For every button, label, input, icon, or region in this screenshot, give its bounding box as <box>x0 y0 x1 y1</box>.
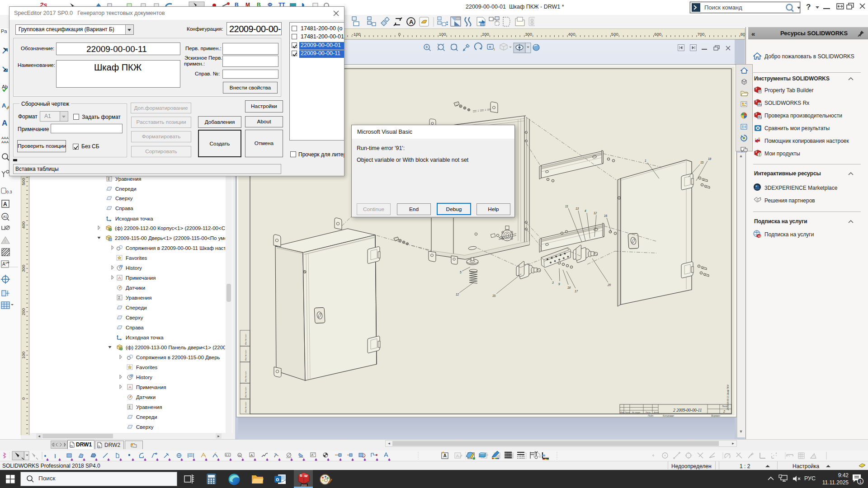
svg-text:Дата: Дата <box>653 411 659 413</box>
svg-text:-100: -100 <box>352 32 360 37</box>
svg-text:B: B <box>235 2 239 6</box>
svg-text:18: 18 <box>567 286 571 289</box>
svg-text:1: 1 <box>645 159 646 162</box>
svg-text:400: 400 <box>21 221 26 229</box>
svg-text:100: 100 <box>439 32 446 37</box>
svg-text:o: o <box>276 476 279 483</box>
svg-text:TT: TT <box>278 2 285 6</box>
svg-text:A: A <box>3 201 7 207</box>
svg-text:Инв № подл: Инв № подл <box>245 402 247 413</box>
svg-text:Подп.: Подп. <box>648 414 654 417</box>
svg-text:Ab: Ab <box>2 84 8 89</box>
svg-text:18: 18 <box>708 157 712 160</box>
svg-text:Формат: Формат <box>711 414 720 417</box>
svg-text:Rx: Rx <box>758 116 762 119</box>
svg-text:200: 200 <box>482 32 489 37</box>
svg-text:SW: SW <box>758 141 761 144</box>
svg-text:S: S <box>300 474 302 478</box>
svg-text:16: 16 <box>604 214 608 217</box>
svg-text:15: 15 <box>492 294 496 297</box>
svg-text:5: 5 <box>460 271 462 274</box>
svg-text:20: 20 <box>607 283 611 286</box>
svg-text:Лист: Лист <box>722 405 727 408</box>
svg-text:100: 100 <box>21 352 26 359</box>
svg-text:A: A <box>250 453 253 457</box>
svg-text:0: 0 <box>398 32 401 37</box>
svg-text:0: 0 <box>21 397 26 399</box>
svg-text:22009-00-00-11 Шкаф ПКЖ: 22009-00-00-11 Шкаф ПКЖ <box>727 384 729 411</box>
svg-text:AAA: AAA <box>1 140 9 144</box>
svg-text:4: 4 <box>585 209 586 212</box>
svg-text:AAA: AAA <box>1 136 9 140</box>
svg-text:200: 200 <box>21 308 26 315</box>
svg-text:12: 12 <box>456 293 459 296</box>
svg-text:W: W <box>304 474 308 478</box>
svg-text:Инв № подл: Инв № подл <box>245 350 247 361</box>
svg-text:17: 17 <box>575 290 578 293</box>
svg-text:A°: A° <box>311 453 315 456</box>
svg-text:11: 11 <box>565 205 568 208</box>
svg-text:0.3: 0.3 <box>226 454 230 456</box>
svg-text:B: B <box>257 2 261 6</box>
svg-text:A1: A1 <box>3 215 7 218</box>
svg-text:Инв № подл: Инв № подл <box>245 334 247 345</box>
svg-text:Изм: Изм <box>620 411 624 413</box>
svg-text:Σ: Σ <box>118 296 121 300</box>
svg-text:Подп.: Подп. <box>646 411 651 413</box>
svg-text:Rx: Rx <box>758 103 762 106</box>
svg-text:Σ: Σ <box>128 405 131 409</box>
svg-text:N: N <box>239 454 241 457</box>
svg-text:√: √ <box>214 452 216 455</box>
svg-text:A: A <box>118 276 121 280</box>
svg-text:800: 800 <box>741 32 745 37</box>
svg-text:A°: A° <box>2 262 7 267</box>
svg-text:500: 500 <box>611 32 618 37</box>
svg-text:12: 12 <box>594 211 597 215</box>
svg-text:9: 9 <box>558 282 560 286</box>
svg-text:500: 500 <box>21 178 26 185</box>
svg-text:400: 400 <box>568 32 576 37</box>
svg-text:2018: 2018 <box>301 484 307 487</box>
svg-text:1: 1 <box>859 479 862 484</box>
svg-text:A: A <box>2 102 6 109</box>
svg-text:Pa: Pa <box>1 28 7 34</box>
svg-text:!: ! <box>5 239 6 244</box>
svg-text:3: 3 <box>552 281 554 284</box>
svg-text:Копировал: Копировал <box>663 414 674 417</box>
svg-text:Σ: Σ <box>108 177 110 181</box>
svg-text:600: 600 <box>654 32 661 37</box>
svg-text:SW: SW <box>758 235 761 237</box>
svg-text:15: 15 <box>700 161 704 164</box>
svg-text:Инв № подл: Инв № подл <box>245 387 247 398</box>
svg-text:700: 700 <box>697 32 704 37</box>
svg-text:0.3: 0.3 <box>6 190 12 194</box>
svg-text:A: A <box>409 19 414 25</box>
svg-text:300: 300 <box>525 32 532 37</box>
svg-text:300: 300 <box>21 265 26 272</box>
svg-text:Ф: Ф <box>268 2 272 6</box>
svg-text:2s: 2s <box>39 1 47 6</box>
svg-text:A: A <box>2 119 7 127</box>
svg-text:13: 13 <box>576 207 579 210</box>
svg-text:Инв № подл: Инв № подл <box>245 371 247 382</box>
svg-text:2: 2 <box>723 410 725 413</box>
svg-text:M: M <box>245 2 250 6</box>
svg-text:Лист: Лист <box>624 411 630 413</box>
svg-text:A: A <box>456 454 459 458</box>
svg-text:№ докум.: № докум. <box>632 411 641 413</box>
svg-text:A: A <box>129 385 132 389</box>
svg-text:A: A <box>443 453 447 458</box>
svg-text:2 2009-00-00-11: 2 2009-00-00-11 <box>673 408 702 413</box>
